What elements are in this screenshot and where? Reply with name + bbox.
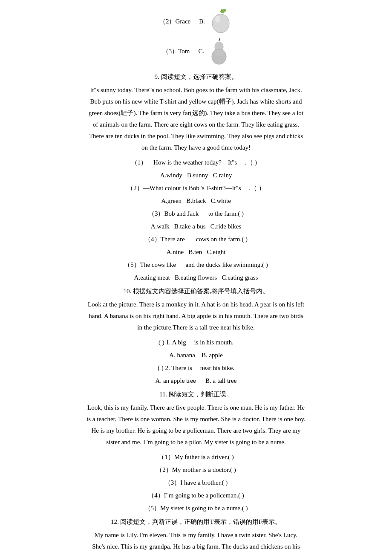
section-10-questions: ( ) 1. A big is in his mouth. A. banana … xyxy=(26,336,366,387)
q11-1: （1）My father is a driver.( ) xyxy=(26,451,366,463)
section-9-passage: It"s sunny today. There"s no school. Bob… xyxy=(26,84,366,153)
q10-2: ( ) 2. There is near his bike. xyxy=(26,361,366,374)
s10-line-1: Look at the picture. There is a monkey i… xyxy=(26,299,366,310)
section-11-title: 11. 阅读短文，判断正误。 xyxy=(26,390,366,399)
passage-line-4: of animals on the farm. There are eight … xyxy=(26,119,366,130)
section-11: 11. 阅读短文，判断正误。 Look, this is my family. … xyxy=(26,390,366,515)
q11-4: （4）I"m going to be a policeman.( ) xyxy=(26,489,366,502)
svg-point-3 xyxy=(220,9,227,14)
svg-point-1 xyxy=(212,14,229,33)
q9-4-options: A.nine B.ten C.eight xyxy=(26,246,366,258)
passage-line-5: There are ten ducks in the pool. They li… xyxy=(26,130,366,142)
q10-1-options: A. banana B. apple xyxy=(26,349,366,361)
section-10-passage: Look at the picture. There is a monkey i… xyxy=(26,299,366,333)
svg-rect-7 xyxy=(215,50,223,56)
item-3-row: （3）Tom C. xyxy=(162,38,230,65)
s12-line-2: She's nice. This is my grandpa. He has a… xyxy=(26,541,366,552)
passage-line-6: on the farm. They have a good time today… xyxy=(26,142,366,153)
apple-icon xyxy=(209,9,233,34)
page-container: （2）Grace B. （3）Tom C. xyxy=(0,0,392,555)
passage-line-2: Bob puts on his new white T-shirt and ye… xyxy=(26,96,366,107)
item-2-b-label: B. xyxy=(199,18,205,25)
section-9: 9. 阅读短文，选择正确答案。 It"s sunny today. There"… xyxy=(26,73,366,284)
section-9-title: 9. 阅读短文，选择正确答案。 xyxy=(26,73,366,81)
s11-line-2: is a teacher. There is one woman. She is… xyxy=(26,413,366,425)
q11-5: （5）My sister is going to be a nurse.( ) xyxy=(26,502,366,515)
q11-3: （3）I have a brother.( ) xyxy=(26,476,366,489)
q9-3: （3）Bob and Jack to the farm.( ) xyxy=(26,207,366,220)
item-3-label: （3）Tom xyxy=(162,47,190,55)
s10-line-2: hand. A banana is on his right hand. A b… xyxy=(26,310,366,322)
svg-point-2 xyxy=(215,16,220,23)
section-12: 12. 阅读短文，判断正误，正确的用T表示，错误的用F表示。 My name i… xyxy=(26,518,366,552)
s12-line-1: My name is Lily. I'm eleven. This is my … xyxy=(26,529,366,541)
q9-2: （2）—What colour is Bob"s T-shirt?—It"s .… xyxy=(26,182,366,194)
item-3-c-label: C. xyxy=(199,48,205,55)
s11-line-4: sister and me. I"m going to be a pilot. … xyxy=(26,436,366,448)
s10-line-3: in the picture.There is a tall tree near… xyxy=(26,322,366,333)
passage-line-1: It"s sunny today. There"s no school. Bob… xyxy=(26,84,366,96)
s11-line-1: Look, this is my family. There are five … xyxy=(26,402,366,413)
section-12-title: 12. 阅读短文，判断正误，正确的用T表示，错误的用F表示。 xyxy=(26,518,366,526)
q9-4: （4）There are cows on the farm.( ) xyxy=(26,233,366,246)
section-11-passage: Look, this is my family. There are five … xyxy=(26,402,366,448)
item-2-label: （2）Grace xyxy=(159,17,190,26)
q11-2: （2）My mother is a doctor.( ) xyxy=(26,463,366,476)
top-section: （2）Grace B. （3）Tom C. xyxy=(26,9,366,69)
section-10-title: 10. 根据短文内容选择正确答案,将序号填入括号内。 xyxy=(26,287,366,295)
q9-3-options: A.walk B.take a bus C.ride bikes xyxy=(26,220,366,233)
q10-2-options: A. an apple tree B. a tall tree xyxy=(26,374,366,387)
svg-line-4 xyxy=(219,38,220,41)
q9-5-options: A.eating meat B.eating flowers C.eating … xyxy=(26,271,366,284)
q9-5: （5）The cows like and the ducks like swim… xyxy=(26,258,366,271)
q9-1-options: A.windy B.sunny C.rainy xyxy=(26,169,366,182)
section-10: 10. 根据短文内容选择正确答案,将序号填入括号内。 Look at the p… xyxy=(26,287,366,387)
q9-2-options: A.green B.black C.white xyxy=(26,194,366,207)
item-2-row: （2）Grace B. xyxy=(159,9,233,34)
pear-icon xyxy=(208,38,230,65)
section-12-passage: My name is Lily. I'm eleven. This is my … xyxy=(26,529,366,552)
section-9-questions: （1）—How is the weather today?—It"s .（ ） … xyxy=(26,156,366,284)
s11-line-3: He is my brother. He is going to be a po… xyxy=(26,425,366,436)
section-11-questions: （1）My father is a driver.( ) （2）My mothe… xyxy=(26,451,366,515)
passage-line-3: green shoes(鞋子). The farm is very far(远的… xyxy=(26,107,366,119)
q10-1: ( ) 1. A big is in his mouth. xyxy=(26,336,366,349)
q9-1: （1）—How is the weather today?—It"s .（ ） xyxy=(26,156,366,169)
